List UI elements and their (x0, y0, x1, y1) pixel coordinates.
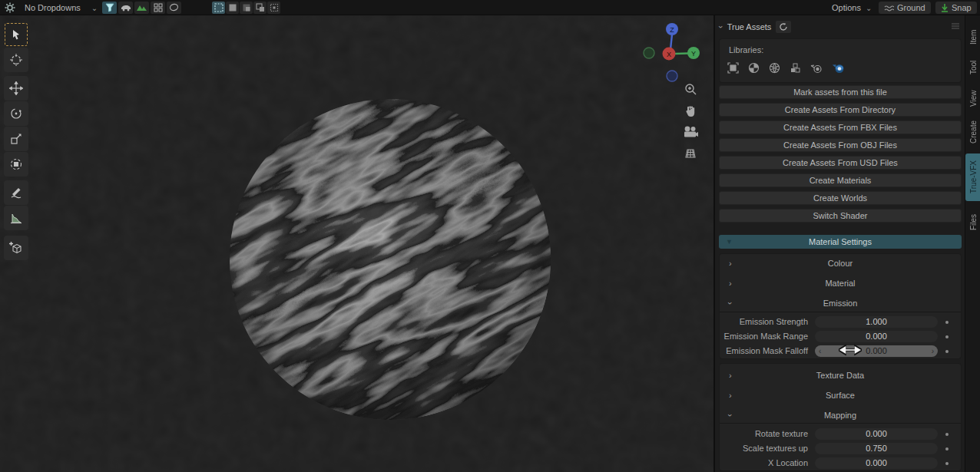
tool-scale[interactable] (4, 127, 28, 151)
chevron-down-icon: ⌄ (91, 4, 98, 12)
collapse-chevron-icon[interactable]: › (717, 25, 726, 28)
ortho-grid-icon[interactable] (683, 146, 698, 160)
mode-dropdown-label: No Dropdowns (25, 3, 81, 12)
create-assets-directory-button[interactable]: Create Assets From Directory (719, 103, 962, 117)
zoom-icon[interactable] (683, 82, 698, 97)
mode-dropdown[interactable]: No Dropdowns ⌄ (25, 0, 98, 15)
tool-3d-cursor[interactable] (4, 48, 28, 72)
tool-rotate[interactable] (4, 101, 28, 126)
ground-button[interactable]: Ground (879, 2, 931, 14)
emission-mask-falloff-field[interactable]: ‹ 0.000 › (815, 345, 938, 357)
slider-right-arrow-icon[interactable]: › (932, 345, 934, 357)
section-colour[interactable]: › Colour (720, 257, 961, 269)
field-value: 0.750 (866, 444, 887, 453)
world-globe-icon[interactable] (769, 62, 780, 74)
section-texture-data[interactable]: › Texture Data (720, 369, 961, 381)
3d-viewport[interactable]: Z X Y (0, 15, 713, 472)
rotate-texture-row: Rotate texture 0.000 (715, 428, 965, 440)
keyframe-dot[interactable] (945, 447, 949, 451)
blender-color-logo-icon[interactable] (832, 62, 845, 74)
snap-button[interactable]: Snap (935, 2, 977, 14)
snap-label: Snap (952, 3, 972, 12)
tab-label: Tool (969, 61, 978, 74)
button-label: Create Assets From USD Files (783, 158, 898, 167)
scale-textures-field[interactable]: 0.750 (815, 443, 938, 454)
tool-measure[interactable] (4, 206, 28, 230)
tool-move[interactable] (4, 76, 28, 101)
section-mapping[interactable]: › Mapping (720, 409, 961, 421)
pan-hand-icon[interactable] (683, 104, 698, 119)
material-settings-header[interactable]: ▼ Material Settings (719, 235, 962, 249)
mountains-icon[interactable] (134, 2, 149, 14)
mark-assets-button[interactable]: Mark assets from this file (719, 85, 962, 99)
button-label: Switch Shader (813, 211, 868, 220)
chevron-down-icon: › (726, 302, 735, 305)
gizmo-z-label: Z (670, 26, 674, 34)
gear-icon[interactable] (5, 0, 15, 15)
section-material[interactable]: › Material (720, 277, 961, 289)
navigation-gizmo[interactable]: Z X Y (642, 20, 710, 97)
material-sphere-icon[interactable] (748, 62, 760, 74)
select-mode-extend-icon[interactable] (226, 2, 239, 14)
section-label: Texture Data (816, 371, 864, 380)
camera-icon[interactable] (682, 125, 699, 139)
gizmo-neg-y-ball (644, 48, 654, 58)
funnel-icon[interactable] (102, 2, 117, 14)
select-mode-intersect-icon[interactable] (267, 2, 280, 14)
grid-icon[interactable] (151, 2, 165, 14)
keyframe-dot[interactable] (945, 335, 949, 338)
create-worlds-button[interactable]: Create Worlds (719, 191, 962, 205)
options-dropdown[interactable]: Options ⌄ (832, 0, 872, 15)
tab-create[interactable]: Create (965, 114, 980, 150)
section-label: Colour (828, 259, 853, 268)
keyframe-dot[interactable] (945, 350, 949, 353)
tab-files[interactable]: Files (965, 206, 980, 238)
tool-add-cube[interactable] (4, 236, 28, 260)
tab-item[interactable]: Item (965, 23, 980, 51)
field-label: Emission Mask Falloff (715, 345, 808, 357)
current-file-icon[interactable] (727, 62, 739, 74)
select-mode-new-icon[interactable] (212, 2, 225, 14)
field-label: Rotate texture (715, 428, 808, 440)
collection-icon[interactable] (790, 62, 801, 74)
lasso-icon[interactable] (167, 2, 181, 14)
scale-textures-row: Scale textures up 0.750 (715, 443, 965, 454)
keyframe-dot[interactable] (945, 321, 949, 324)
tab-view[interactable]: View (965, 84, 980, 112)
create-materials-button[interactable]: Create Materials (719, 173, 962, 187)
switch-shader-button[interactable]: Switch Shader (719, 209, 962, 223)
button-label: Create Assets From OBJ Files (783, 140, 897, 150)
blender-logo-icon[interactable] (810, 63, 823, 74)
emission-mask-range-field[interactable]: 0.000 (815, 331, 938, 342)
x-location-row: X Location 0.000 (715, 457, 965, 469)
select-mode-invert-icon[interactable] (253, 2, 267, 14)
emission-strength-field[interactable]: 1.000 (815, 316, 938, 328)
rotate-texture-field[interactable]: 0.000 (815, 428, 938, 440)
material-settings-title: Material Settings (809, 237, 872, 246)
select-mode-subtract-icon[interactable] (240, 2, 253, 14)
keyframe-dot[interactable] (945, 462, 949, 465)
car-icon[interactable] (118, 2, 133, 14)
libraries-label: Libraries: (729, 45, 763, 54)
section-emission[interactable]: › Emission (720, 297, 961, 309)
section-surface[interactable]: › Surface (720, 389, 961, 401)
tab-true-vfx[interactable]: True-VFX (965, 153, 980, 201)
gizmo-y-label: Y (691, 50, 696, 58)
slider-left-arrow-icon[interactable]: ‹ (819, 345, 821, 357)
section-label: Surface (826, 391, 855, 400)
tab-tool[interactable]: Tool (965, 54, 980, 81)
tool-transform[interactable] (4, 152, 28, 177)
n-panel-true-assets: › True Assets Libraries: Mark assets fro… (714, 15, 965, 472)
panel-menu-icon[interactable] (952, 23, 959, 29)
refresh-icon[interactable] (776, 21, 791, 33)
x-location-field[interactable]: 0.000 (815, 457, 938, 469)
tool-annotate[interactable] (4, 180, 28, 205)
keyframe-dot[interactable] (945, 433, 949, 436)
create-assets-fbx-button[interactable]: Create Assets From FBX Files (719, 120, 962, 134)
create-assets-obj-button[interactable]: Create Assets From OBJ Files (719, 138, 962, 152)
chevron-right-icon: › (729, 279, 732, 288)
tab-label: View (969, 90, 978, 107)
create-assets-usd-button[interactable]: Create Assets From USD Files (719, 156, 962, 170)
tool-select-box[interactable] (4, 22, 28, 47)
textured-sphere-object[interactable] (221, 83, 559, 421)
